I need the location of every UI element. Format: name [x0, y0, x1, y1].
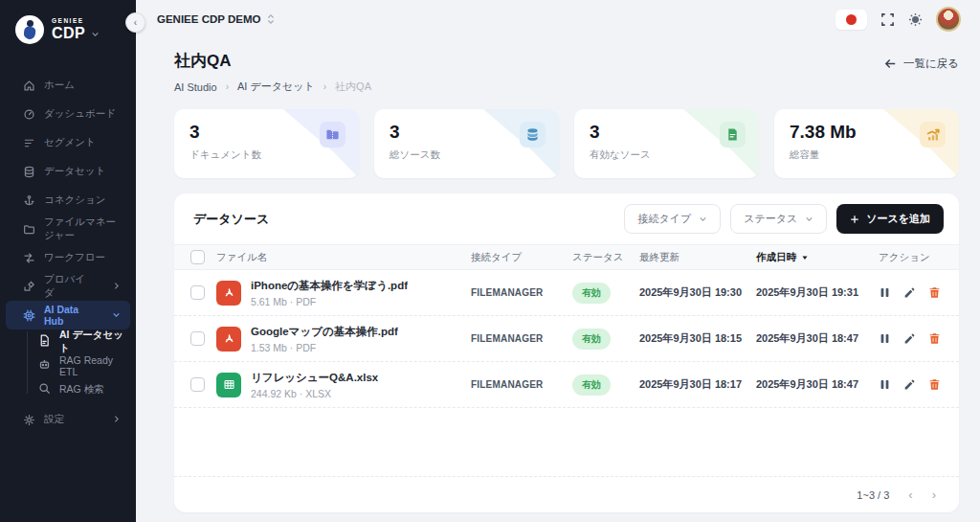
stat-label: 総容量	[790, 148, 944, 162]
home-icon	[22, 79, 35, 92]
stat-label: 有効なソース	[590, 148, 744, 162]
connection-type-filter[interactable]: 接続タイプ	[624, 204, 721, 234]
sidebar-item-workflow[interactable]: ワークフロー	[6, 243, 130, 272]
add-source-button[interactable]: ソースを追加	[836, 204, 944, 234]
breadcrumb-item[interactable]: AI データセット	[237, 79, 315, 94]
database-icon	[520, 122, 546, 148]
stat-card: 3総ソース数	[374, 109, 559, 178]
prev-page-button[interactable]: ‹	[908, 488, 912, 501]
sidebar-item-dataset[interactable]: データセット	[6, 157, 130, 186]
sidebar-item-connection[interactable]: コネクション	[6, 186, 130, 215]
stat-label: 総ソース数	[390, 148, 544, 162]
created-at: 2025年9月30日 18:47	[756, 377, 879, 392]
sidebar-submenu: AI データセットRAG Ready ETLRAG 検索	[27, 329, 130, 401]
file-meta: 1.53 Mb · PDF	[251, 342, 398, 353]
chevron-down-icon	[91, 26, 100, 41]
table-row[interactable]: リフレッシューQ&A.xlsx 244.92 Kb · XLSX FILEMAN…	[174, 362, 959, 408]
fullscreen-button[interactable]	[880, 12, 895, 27]
breadcrumb-separator: ›	[226, 81, 229, 92]
theme-toggle-button[interactable]	[908, 12, 923, 27]
pause-button[interactable]	[879, 332, 891, 345]
edit-button[interactable]	[903, 332, 916, 345]
user-avatar[interactable]	[936, 7, 961, 32]
sidebar-item-label: ダッシュボード	[44, 107, 116, 121]
sidebar-item-label: コネクション	[44, 193, 105, 207]
edit-button[interactable]	[903, 286, 916, 299]
sidebar-item-provider[interactable]: プロバイダ	[6, 272, 130, 301]
sidebar-item-label: セグメント	[44, 136, 96, 149]
sidebar-subitem-search-ai[interactable]: RAG 検索	[27, 377, 130, 401]
trend-icon	[920, 122, 946, 148]
pause-button[interactable]	[879, 286, 891, 299]
table-header-row: ファイル名接続タイプステータス最終更新作成日時アクション	[174, 244, 959, 270]
file-ai-icon	[38, 334, 51, 349]
folder-icon	[22, 222, 35, 236]
column-header[interactable]: アクション	[879, 251, 959, 264]
last-updated: 2025年9月30日 18:17	[639, 377, 756, 392]
file-name: iPhoneの基本操作を学ぼう.pdf	[251, 279, 408, 293]
table-row[interactable]: Googleマップの基本操作.pdf 1.53 Mb · PDF FILEMAN…	[174, 316, 959, 362]
last-updated: 2025年9月30日 19:30	[639, 285, 756, 300]
stats-row: 3ドキュメント数3総ソース数3有効なソース7.38 Mb総容量	[174, 109, 959, 178]
edit-button[interactable]	[903, 378, 916, 391]
next-page-button[interactable]: ›	[932, 488, 936, 501]
sidebar-item-chip[interactable]: AI Data Hub	[6, 301, 130, 329]
column-header[interactable]: ファイル名	[216, 251, 471, 264]
pencil-icon	[903, 286, 916, 299]
column-header[interactable]: ステータス	[572, 251, 639, 264]
sidebar-item-label: AI Data Hub	[44, 304, 95, 327]
chevron-down-icon	[699, 215, 707, 223]
provider-icon	[22, 280, 35, 293]
pdf-file-icon	[216, 281, 241, 306]
breadcrumb-current: 社内QA	[335, 79, 371, 94]
breadcrumb: AI Studio › AI データセット › 社内QA	[174, 79, 959, 94]
table-body: iPhoneの基本操作を学ぼう.pdf 5.61 Mb · PDF FILEMA…	[174, 270, 959, 408]
delete-button[interactable]	[928, 286, 941, 299]
sidebar-item-settings[interactable]: 設定	[6, 405, 130, 434]
sidebar-item-label: 設定	[44, 413, 64, 426]
column-header[interactable]: 接続タイプ	[471, 251, 572, 264]
file-meta: 5.61 Mb · PDF	[251, 296, 408, 307]
pause-button[interactable]	[879, 378, 891, 391]
row-checkbox[interactable]	[190, 331, 205, 346]
column-header[interactable]: 作成日時	[756, 251, 879, 264]
delete-button[interactable]	[928, 332, 941, 345]
workspace-selector[interactable]: GENIEE CDP DEMO	[157, 13, 276, 25]
sidebar-subitem-robot[interactable]: RAG Ready ETL	[27, 353, 130, 377]
japan-flag-icon	[846, 14, 857, 25]
robot-icon	[38, 358, 51, 373]
pencil-icon	[903, 332, 916, 345]
workflow-icon	[22, 251, 35, 264]
chip-icon	[22, 308, 35, 322]
status-filter[interactable]: ステータス	[730, 204, 827, 234]
sidebar-nav: ホームダッシュボードセグメントデータセットコネクションファイルマネージャーワーク…	[0, 61, 136, 434]
sidebar-item-segment[interactable]: セグメント	[6, 128, 130, 157]
sidebar: GENIEE CDP ホームダッシュボードセグメントデータセットコネクションファ…	[0, 0, 136, 522]
row-checkbox[interactable]	[190, 377, 205, 392]
delete-button[interactable]	[928, 378, 941, 391]
sun-icon	[908, 12, 923, 27]
breadcrumb-item[interactable]: AI Studio	[174, 81, 217, 93]
sidebar-item-label: データセット	[44, 165, 105, 178]
column-header[interactable]: 最終更新	[639, 251, 756, 264]
select-all-checkbox[interactable]	[190, 250, 205, 264]
brand-logo[interactable]: GENIEE CDP	[0, 0, 136, 61]
sidebar-item-home[interactable]: ホーム	[6, 71, 130, 100]
sort-desc-icon	[801, 254, 809, 261]
table-row[interactable]: iPhoneの基本操作を学ぼう.pdf 5.61 Mb · PDF FILEMA…	[174, 270, 959, 316]
sidebar-subitem-file-ai[interactable]: AI データセット	[27, 329, 130, 353]
fullscreen-icon	[880, 12, 895, 27]
back-to-list-button[interactable]: 一覧に戻る	[884, 57, 959, 71]
sidebar-collapse-button[interactable]: ‹	[125, 12, 145, 33]
stat-card: 7.38 Mb総容量	[774, 109, 959, 178]
trash-icon	[928, 286, 941, 299]
trash-icon	[928, 332, 941, 345]
selector-icon	[266, 13, 276, 25]
sidebar-item-dashboard[interactable]: ダッシュボード	[6, 100, 130, 128]
connection-icon	[22, 193, 35, 207]
segment-icon	[22, 136, 35, 149]
sidebar-item-folder[interactable]: ファイルマネージャー	[6, 215, 130, 243]
language-toggle[interactable]	[835, 10, 867, 30]
page-content: 社内QA 一覧に戻る AI Studio › AI データセット › 社内QA …	[136, 38, 980, 522]
row-checkbox[interactable]	[190, 285, 205, 300]
